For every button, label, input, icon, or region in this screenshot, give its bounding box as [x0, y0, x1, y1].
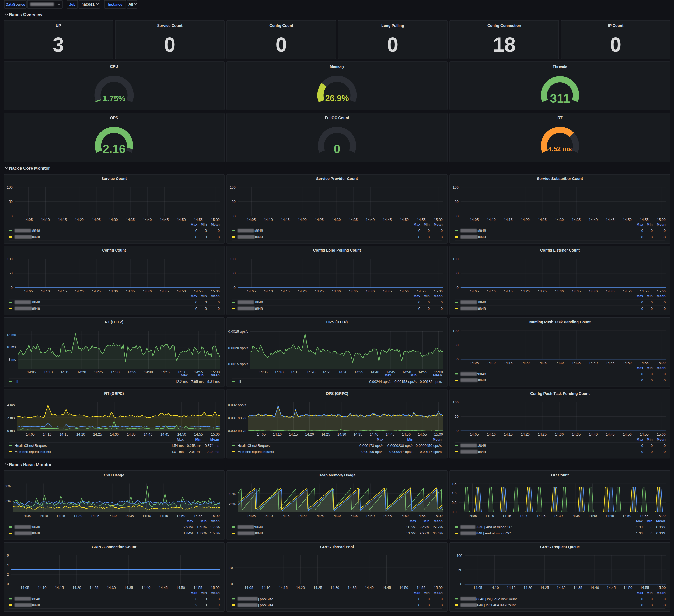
svg-text:14:20: 14:20	[77, 432, 85, 436]
svg-text:0.253 ms: 0.253 ms	[187, 444, 202, 448]
svg-text:3: 3	[205, 597, 207, 601]
svg-text:14:40: 14:40	[590, 586, 599, 590]
svg-text:2.01 ms: 2.01 ms	[189, 450, 202, 454]
svg-text:14:10: 14:10	[43, 432, 52, 436]
svg-text:Min: Min	[201, 519, 207, 523]
svg-text:14:30: 14:30	[109, 217, 118, 222]
svg-text:14:50: 14:50	[624, 586, 633, 590]
svg-text:Max: Max	[414, 294, 421, 298]
svg-text:14:15: 14:15	[60, 432, 69, 436]
svg-text:14:25: 14:25	[315, 289, 324, 293]
svg-text:Max: Max	[377, 437, 384, 441]
svg-text:50: 50	[9, 199, 12, 204]
svg-text:1.5: 1.5	[452, 482, 457, 486]
svg-text:14:50: 14:50	[400, 217, 409, 222]
svg-text:2.34 ms: 2.34 ms	[207, 450, 219, 454]
svg-text:0.0000450 ops/s: 0.0000450 ops/s	[416, 444, 442, 448]
svg-text:50: 50	[232, 199, 235, 204]
svg-text:1.75%: 1.75%	[103, 94, 125, 103]
svg-text:14:15: 14:15	[289, 432, 298, 436]
svg-text:14:40: 14:40	[142, 586, 150, 590]
svg-text:3: 3	[196, 597, 197, 601]
svg-text:14:30: 14:30	[108, 514, 117, 518]
svg-text:0: 0	[651, 372, 653, 376]
svg-text:14:15: 14:15	[55, 586, 64, 590]
svg-text:14:05: 14:05	[26, 432, 35, 436]
svg-text:0.00196 ops/s: 0.00196 ops/s	[361, 450, 383, 454]
svg-text:14:25: 14:25	[537, 514, 546, 518]
svg-text:0: 0	[651, 603, 653, 607]
svg-text:14:45: 14:45	[383, 289, 392, 293]
svg-text:Min: Min	[424, 294, 430, 298]
svg-text:Config Push Task Pending Count: Config Push Task Pending Count	[530, 392, 590, 396]
svg-text:0: 0	[441, 307, 443, 311]
svg-text:0.00186 ops/s: 0.00186 ops/s	[420, 379, 442, 383]
svg-text:0: 0	[642, 450, 643, 454]
svg-text:14:20: 14:20	[521, 361, 530, 365]
svg-text::8848: :8848	[477, 300, 486, 304]
svg-text:2: 2	[7, 573, 9, 577]
svg-text:Max: Max	[636, 519, 643, 523]
svg-text:1.0: 1.0	[452, 491, 457, 495]
svg-text:14:35: 14:35	[571, 514, 580, 518]
svg-text:14:55: 14:55	[194, 586, 203, 590]
svg-text:0.0025 ops/s: 0.0025 ops/s	[228, 329, 248, 333]
svg-text:0: 0	[428, 228, 430, 233]
svg-text:14:30: 14:30	[110, 432, 119, 436]
svg-text:0: 0	[457, 286, 459, 290]
svg-text:14:20: 14:20	[296, 586, 305, 590]
svg-text:14:55: 14:55	[640, 361, 649, 365]
svg-text:0: 0	[428, 603, 430, 607]
svg-text:14:35: 14:35	[572, 289, 581, 293]
svg-text:GRPC Connection Count: GRPC Connection Count	[92, 545, 136, 549]
svg-text:0: 0	[11, 286, 13, 290]
svg-text:14:15: 14:15	[504, 432, 513, 436]
svg-text:14:15: 14:15	[58, 217, 67, 222]
svg-text:100: 100	[453, 257, 459, 261]
svg-text:40%: 40%	[229, 492, 236, 496]
svg-text:50: 50	[232, 271, 235, 275]
svg-text:0: 0	[196, 228, 197, 233]
svg-text:8848: 8848	[32, 235, 40, 239]
svg-text:18: 18	[493, 33, 516, 56]
svg-text:Naming Push Task Pending Count: Naming Push Task Pending Count	[529, 320, 591, 324]
svg-text:14:05: 14:05	[24, 289, 33, 293]
svg-text:20%: 20%	[229, 502, 236, 506]
svg-text:Max: Max	[637, 366, 644, 370]
svg-text:100: 100	[230, 185, 236, 189]
svg-text:RT: RT	[557, 116, 563, 120]
svg-text:848 | inQueueTaskCount: 848 | inQueueTaskCount	[477, 603, 516, 607]
svg-text:0.000173 ops/s: 0.000173 ops/s	[359, 444, 383, 448]
svg-text:Min: Min	[411, 373, 417, 377]
svg-text:Config Long Polling Count: Config Long Polling Count	[313, 248, 361, 252]
svg-text:14:40: 14:40	[366, 514, 375, 518]
svg-text:14:30: 14:30	[109, 289, 118, 293]
svg-text:all: all	[14, 379, 18, 383]
svg-text:12.2 ms: 12.2 ms	[175, 379, 188, 383]
svg-text:14:25: 14:25	[93, 432, 102, 436]
svg-text:Mean: Mean	[434, 591, 443, 595]
svg-text:14:30: 14:30	[555, 361, 564, 365]
svg-text:14:35: 14:35	[126, 217, 135, 222]
svg-text:8848: 8848	[478, 235, 486, 239]
svg-text:1.32%: 1.32%	[197, 531, 207, 535]
svg-text:0: 0	[218, 307, 220, 311]
svg-text:15:00: 15:00	[657, 432, 666, 436]
svg-text:14:20: 14:20	[305, 432, 314, 436]
svg-text:0: 0	[334, 142, 340, 155]
svg-text:0: 0	[664, 444, 666, 448]
svg-text:0: 0	[642, 444, 643, 448]
svg-text:0: 0	[664, 307, 666, 311]
svg-text:14:40: 14:40	[143, 289, 152, 293]
svg-text:0: 0	[218, 228, 220, 233]
svg-text:0.133: 0.133	[656, 531, 665, 535]
svg-text:14:15: 14:15	[504, 361, 513, 365]
svg-text:14:40: 14:40	[370, 370, 379, 374]
svg-text:50: 50	[455, 199, 458, 204]
svg-text:0: 0	[460, 582, 462, 586]
svg-text:Min: Min	[647, 222, 653, 226]
svg-text:0: 0	[651, 525, 653, 529]
svg-text:14:35: 14:35	[348, 586, 356, 590]
svg-text:14:40: 14:40	[365, 586, 374, 590]
svg-text:CPU Usage: CPU Usage	[104, 473, 124, 477]
